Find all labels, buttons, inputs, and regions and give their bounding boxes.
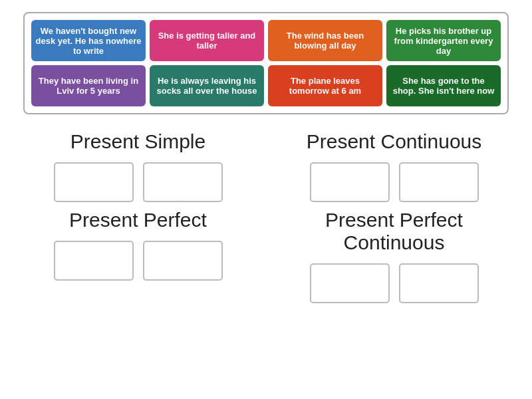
card-c4[interactable]: He picks his brother up from kindergarte… [386,20,501,61]
category-present-continuous: Present Continuous [279,130,509,202]
card-bank: We haven't bought new desk yet. He has n… [23,12,509,114]
category-title-present-simple: Present Simple [70,130,205,153]
card-c6[interactable]: He is always leaving his socks all over … [150,65,264,106]
drop-box-present-perfect-continuous-1[interactable] [310,263,390,303]
category-title-present-perfect: Present Perfect [69,209,207,231]
drop-box-present-perfect-2[interactable] [143,241,223,281]
category-present-simple: Present Simple [23,130,253,202]
card-c2[interactable]: She is getting taller and taller [150,20,264,61]
drop-row-present-perfect-continuous [310,263,479,303]
drop-box-present-perfect-continuous-2[interactable] [399,263,479,303]
drop-box-present-continuous-1[interactable] [310,162,390,202]
card-c1[interactable]: We haven't bought new desk yet. He has n… [31,20,146,61]
category-title-present-continuous: Present Continuous [307,130,482,153]
category-present-perfect-continuous: Present Perfect Continuous [279,209,509,303]
drop-row-present-simple [54,162,223,202]
drop-box-present-continuous-2[interactable] [399,162,479,202]
category-present-perfect: Present Perfect [23,209,253,303]
drop-box-present-simple-1[interactable] [54,162,134,202]
drop-box-present-perfect-1[interactable] [54,241,134,281]
drop-box-present-simple-2[interactable] [143,162,223,202]
card-c5[interactable]: They have been living in Lviv for 5 year… [31,65,146,106]
drop-row-present-perfect [54,241,223,281]
card-c8[interactable]: She has gone to the shop. She isn't here… [386,65,501,106]
card-c3[interactable]: The wind has been blowing all day [268,20,382,61]
drop-row-present-continuous [310,162,479,202]
category-title-present-perfect-continuous: Present Perfect Continuous [279,209,509,254]
card-c7[interactable]: The plane leaves tomorrow at 6 am [268,65,382,106]
categories-section: Present SimplePresent ContinuousPresent … [23,130,509,303]
